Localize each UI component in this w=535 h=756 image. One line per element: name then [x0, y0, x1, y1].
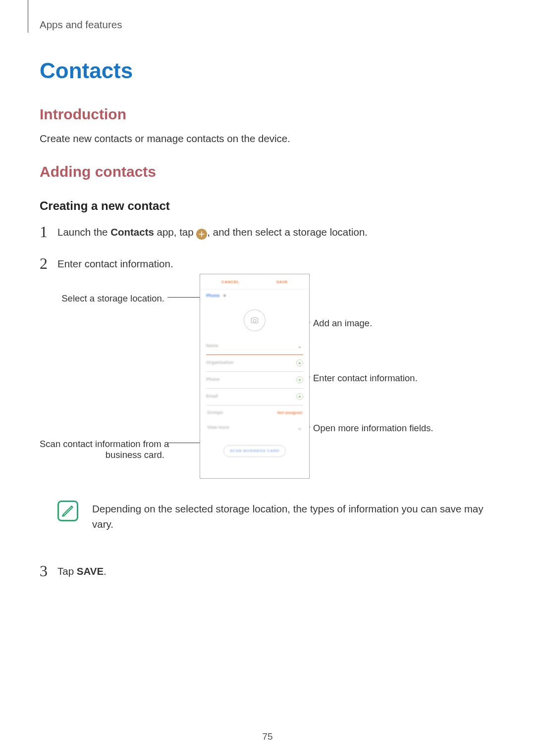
- scan-business-card-button[interactable]: SCAN BUSINESS CARD: [223, 445, 286, 457]
- storage-label: Phone: [206, 293, 220, 300]
- callout-more-fields: Open more information fields.: [313, 421, 433, 435]
- cancel-button[interactable]: CANCEL: [221, 279, 239, 285]
- phone-label: Phone: [206, 376, 220, 383]
- svg-point-0: [253, 319, 256, 322]
- step-2-text: Enter contact information.: [57, 258, 173, 269]
- add-image-button[interactable]: [244, 309, 266, 331]
- view-more-label: View more: [207, 424, 229, 431]
- note-text: Depending on the selected storage locati…: [92, 502, 495, 532]
- callout-enter-info: Enter contact information.: [313, 371, 418, 385]
- groups-value: Not assigned: [277, 410, 302, 416]
- step-3: Tap SAVE.: [40, 561, 495, 582]
- subsection-creating-new-contact: Creating a new contact: [40, 199, 495, 213]
- name-field[interactable]: Name ⌄: [206, 338, 303, 355]
- intro-text: Create new contacts or manage contacts o…: [40, 132, 495, 146]
- plus-icon[interactable]: +: [296, 393, 303, 400]
- phone-mockup: CANCEL SAVE Phone ▼ Name: [200, 274, 310, 479]
- section-introduction: Introduction: [40, 106, 495, 123]
- plus-icon[interactable]: +: [296, 376, 303, 383]
- name-label: Name: [206, 343, 218, 350]
- callout-add-image: Add an image.: [313, 316, 372, 330]
- groups-label: Groups: [207, 409, 223, 416]
- email-field[interactable]: Email +: [206, 389, 303, 405]
- email-label: Email: [206, 393, 218, 400]
- step-1-text-c: app, tap: [154, 226, 196, 238]
- lead-line: [167, 297, 200, 298]
- step-2: Enter contact information. Select a stor…: [40, 253, 495, 550]
- plus-icon: [196, 229, 207, 240]
- organisation-label: Organisation: [206, 359, 234, 366]
- chevron-down-icon: ▼: [223, 293, 227, 299]
- plus-icon[interactable]: +: [296, 359, 303, 366]
- step-1-text-a: Launch the: [57, 226, 110, 238]
- note-icon: [57, 501, 78, 521]
- chevron-down-icon: ⌄: [296, 343, 303, 350]
- groups-row[interactable]: Groups Not assigned: [206, 405, 303, 420]
- organisation-field[interactable]: Organisation +: [206, 355, 303, 372]
- camera-icon: [250, 317, 259, 324]
- page-number: 75: [0, 731, 535, 742]
- note-block: Depending on the selected storage locati…: [57, 501, 495, 532]
- phone-field[interactable]: Phone +: [206, 372, 303, 389]
- step-3-text-c: .: [104, 565, 107, 577]
- view-more-row[interactable]: View more ⌄: [206, 420, 303, 435]
- page-title: Contacts: [40, 58, 495, 83]
- callout-storage: Select a storage location.: [40, 292, 164, 305]
- step-1: Launch the Contacts app, tap , and then …: [40, 222, 495, 243]
- callout-scan-line2: business card.: [40, 448, 164, 462]
- chevron-down-icon: ⌄: [297, 423, 302, 432]
- step-1-text-d: , and then select a storage location.: [207, 226, 368, 238]
- lead-line: [167, 443, 200, 443]
- section-adding-contacts: Adding contacts: [40, 163, 495, 180]
- step-3-save-label: SAVE: [77, 565, 104, 577]
- step-3-text-a: Tap: [57, 565, 77, 577]
- step-1-app-name: Contacts: [110, 226, 154, 238]
- breadcrumb: Apps and features: [40, 19, 495, 31]
- save-button[interactable]: SAVE: [276, 279, 288, 285]
- storage-selector[interactable]: Phone ▼: [200, 290, 309, 301]
